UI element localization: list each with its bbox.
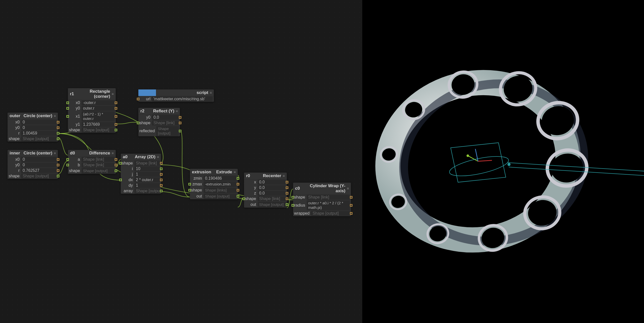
node-d0[interactable]: d0Difference≡aShape [link]bShape [link]s…: [68, 150, 116, 174]
param-value[interactable]: 0: [21, 157, 57, 162]
param-value[interactable]: 10: [134, 166, 160, 171]
output-port[interactable]: [57, 164, 59, 166]
node-c0[interactable]: c0Cylinder Wrap (Y-axis)≡shapeShape [lin…: [293, 183, 351, 216]
output-port[interactable]: [160, 184, 163, 187]
output-port[interactable]: [179, 130, 181, 132]
output-port[interactable]: [115, 158, 117, 161]
output-port[interactable]: [286, 192, 288, 195]
node-header[interactable]: r0Recenter≡: [244, 173, 287, 179]
output-port[interactable]: [350, 212, 352, 215]
input-port[interactable]: [137, 122, 139, 124]
hamburger-icon[interactable]: ≡: [347, 186, 349, 190]
node-inner[interactable]: innerCircle (center)≡x00y00r0.762527shap…: [8, 150, 58, 179]
hamburger-icon[interactable]: ≡: [112, 151, 114, 155]
node-header[interactable]: extrusionExtrude≡: [190, 169, 238, 176]
param-value[interactable]: 1.237669: [82, 122, 115, 127]
param-value[interactable]: 0.0: [258, 191, 286, 196]
input-port[interactable]: [119, 162, 122, 165]
node-header[interactable]: d0Difference≡: [68, 150, 116, 157]
input-port[interactable]: [66, 158, 69, 161]
output-port[interactable]: [237, 177, 239, 180]
input-port[interactable]: [119, 179, 122, 181]
output-port[interactable]: [57, 126, 59, 129]
input-port[interactable]: [188, 183, 191, 185]
hamburger-icon[interactable]: ≡: [112, 92, 114, 96]
input-port[interactable]: [243, 198, 245, 200]
output-port[interactable]: [57, 158, 59, 161]
param-value[interactable]: 0.0: [258, 185, 286, 190]
param-value[interactable]: -extrusion.zmin: [204, 181, 237, 187]
node-header[interactable]: r1Rectangle (corner)≡: [68, 88, 116, 100]
hamburger-icon[interactable]: ≡: [176, 109, 178, 113]
node-header[interactable]: c0Cylinder Wrap (Y-axis)≡: [293, 183, 351, 195]
input-port[interactable]: [188, 189, 191, 191]
output-port[interactable]: [115, 164, 117, 166]
output-port[interactable]: [160, 173, 163, 176]
output-port[interactable]: [160, 179, 163, 181]
output-port[interactable]: [115, 115, 117, 118]
output-port[interactable]: [237, 195, 239, 198]
output-port[interactable]: [57, 132, 59, 135]
param-value[interactable]: 1: [134, 183, 160, 188]
param-value[interactable]: 0.762527: [21, 168, 57, 173]
node-header[interactable]: a0Array (2D)≡: [121, 154, 161, 160]
output-port[interactable]: [160, 168, 163, 170]
node-header[interactable]: innerCircle (center)≡: [8, 150, 58, 157]
hamburger-icon[interactable]: ≡: [157, 155, 159, 159]
output-port[interactable]: [237, 183, 239, 185]
output-port[interactable]: [57, 169, 59, 172]
node-graph-panel[interactable]: outerCircle (center)≡x00y00r1.00459shape…: [0, 0, 362, 323]
param-value[interactable]: 0: [21, 163, 57, 168]
input-port[interactable]: [292, 196, 294, 199]
output-port[interactable]: [115, 107, 117, 110]
param-value[interactable]: 0.190486: [204, 176, 237, 181]
param-value[interactable]: 1: [134, 172, 160, 177]
viewport-3d[interactable]: [362, 0, 644, 323]
output-port[interactable]: [115, 170, 117, 172]
hamburger-icon[interactable]: ≡: [283, 174, 285, 178]
output-port[interactable]: [286, 186, 288, 189]
param-value[interactable]: outer.r * a0.i * 2 / (2 * math.pi): [307, 200, 350, 210]
hamburger-icon[interactable]: ≡: [54, 114, 56, 118]
input-port[interactable]: [292, 204, 294, 207]
output-port[interactable]: [57, 175, 59, 177]
node-r2[interactable]: r2Reflect (Y)≡y00.0shapeShape [link]refl…: [138, 108, 180, 136]
output-port[interactable]: [115, 129, 117, 131]
input-port[interactable]: [66, 115, 69, 118]
param-value[interactable]: 0.0: [258, 180, 286, 185]
output-port[interactable]: [286, 181, 288, 183]
input-port[interactable]: [137, 98, 139, 100]
input-port[interactable]: [66, 164, 69, 166]
node-outer[interactable]: outerCircle (center)≡x00y00r1.00459shape…: [8, 113, 58, 142]
output-port[interactable]: [350, 196, 352, 199]
node-r0[interactable]: r0Recenter≡x0.0y0.0z0.0shapeShape [link]…: [244, 173, 287, 208]
node-r1[interactable]: r1Rectangle (corner)≡x0-outer.ry0outer.r…: [68, 88, 116, 133]
output-port[interactable]: [179, 116, 181, 119]
param-value[interactable]: 0: [21, 120, 57, 125]
output-port[interactable]: [350, 204, 352, 207]
param-value[interactable]: outer.r: [82, 106, 115, 111]
hamburger-icon[interactable]: ≡: [54, 151, 56, 155]
output-port[interactable]: [286, 203, 288, 206]
input-port[interactable]: [66, 107, 69, 110]
node-extrusion[interactable]: extrusionExtrude≡zmin0.190486zmax-extrus…: [190, 169, 238, 199]
node-header[interactable]: outerCircle (center)≡: [8, 113, 58, 119]
input-port[interactable]: [66, 102, 69, 104]
hamburger-icon[interactable]: ≡: [234, 170, 236, 174]
param-value[interactable]: 2 * outer.r: [134, 177, 160, 182]
node-header[interactable]: script≡: [138, 89, 214, 96]
param-value[interactable]: (a0.i*2 - 1) * outer.r: [82, 111, 115, 121]
output-port[interactable]: [57, 121, 59, 123]
param-value[interactable]: 0.0: [152, 115, 179, 120]
output-port[interactable]: [57, 138, 59, 140]
output-port[interactable]: [237, 189, 239, 191]
hamburger-icon[interactable]: ≡: [210, 91, 212, 95]
output-port[interactable]: [160, 162, 163, 165]
node-a0[interactable]: a0Array (2D)≡shapeShape [link]i10j1dx2 *…: [121, 154, 161, 194]
param-value[interactable]: 0: [21, 125, 57, 130]
param-value[interactable]: 1.00459: [21, 131, 57, 136]
output-port[interactable]: [160, 190, 163, 192]
output-port[interactable]: [115, 123, 117, 126]
node-header[interactable]: r2Reflect (Y)≡: [138, 108, 180, 115]
param-value[interactable]: 'mattkeeter.com/misc/ring.sb': [152, 96, 213, 102]
